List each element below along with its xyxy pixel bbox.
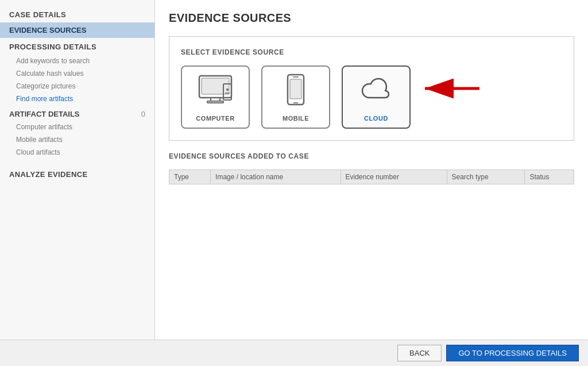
sidebar-sub-find-artifacts[interactable]: Find more artifacts: [0, 93, 154, 105]
red-arrow-icon: [416, 74, 485, 103]
artifact-details-label: ARTIFACT DETAILS: [9, 110, 80, 118]
table-header-row: Type Image / location name Evidence numb…: [169, 170, 574, 184]
sidebar-sub-mobile-artifacts[interactable]: Mobile artifacts: [0, 133, 154, 146]
cloud-card-label: CLOUD: [364, 115, 388, 122]
empty-cell: [169, 184, 574, 299]
artifact-count-badge: 0: [141, 110, 145, 118]
svg-rect-7: [225, 93, 230, 94]
footer: BACK GO TO PROCESSING DETAILS: [0, 340, 588, 366]
computer-icon: [197, 72, 234, 109]
sidebar-item-case-details[interactable]: CASE DETAILS: [0, 6, 154, 22]
sidebar-sub-categorize[interactable]: Categorize pictures: [0, 80, 154, 93]
evidence-table-body: [169, 184, 574, 299]
artifact-details-section: ARTIFACT DETAILS 0: [0, 105, 154, 121]
sidebar-item-evidence-sources[interactable]: EVIDENCE SOURCES: [0, 22, 154, 38]
evidence-table-header: Type Image / location name Evidence numb…: [169, 170, 574, 184]
source-cards-container: COMPUTER: [181, 66, 411, 129]
col-type: Type: [169, 170, 211, 184]
sidebar-sub-cloud-artifacts[interactable]: Cloud artifacts: [0, 146, 154, 159]
added-evidence-section: EVIDENCE SOURCES ADDED TO CASE Type Imag…: [169, 152, 574, 332]
cloud-card[interactable]: CLOUD: [342, 66, 411, 129]
sidebar-sub-calc-hash[interactable]: Calculate hash values: [0, 67, 154, 80]
computer-card-label: COMPUTER: [196, 115, 234, 122]
sidebar-sub-add-keywords[interactable]: Add keywords to search: [0, 55, 154, 67]
main-content: EVIDENCE SOURCES SELECT EVIDENCE SOURCE: [155, 0, 588, 343]
evidence-table: Type Image / location name Evidence numb…: [169, 169, 574, 299]
app-inner: CASE DETAILS EVIDENCE SOURCES PROCESSING…: [0, 0, 588, 343]
back-button[interactable]: BACK: [397, 345, 442, 361]
table-empty-row: [169, 184, 574, 299]
app-wrapper: M Magnet AXIOM Process 1.2.0.6346 ─ □ ✕ …: [0, 0, 588, 366]
content-area: CASE DETAILS EVIDENCE SOURCES PROCESSING…: [0, 0, 588, 343]
svg-rect-9: [290, 79, 301, 99]
mobile-card-label: MOBILE: [283, 115, 309, 122]
page-title: EVIDENCE SOURCES: [169, 11, 574, 25]
svg-rect-11: [293, 102, 298, 103]
col-search-type: Search type: [447, 170, 525, 184]
svg-rect-12: [293, 76, 299, 78]
cloud-icon: [358, 72, 394, 109]
sidebar-sub-computer-artifacts[interactable]: Computer artifacts: [0, 121, 154, 133]
svg-rect-4: [207, 101, 223, 103]
col-status: Status: [525, 170, 574, 184]
select-evidence-label: SELECT EVIDENCE SOURCE: [181, 48, 562, 56]
col-evidence-number: Evidence number: [341, 170, 447, 184]
arrow-container: [416, 74, 485, 103]
cards-row: COMPUTER: [181, 66, 562, 129]
go-to-processing-button[interactable]: GO TO PROCESSING DETAILS: [446, 345, 579, 361]
col-image-location: Image / location name: [211, 170, 341, 184]
sidebar-item-processing-details[interactable]: PROCESSING DETAILS: [0, 38, 154, 55]
sidebar: CASE DETAILS EVIDENCE SOURCES PROCESSING…: [0, 0, 155, 343]
mobile-card[interactable]: MOBILE: [261, 66, 330, 129]
added-evidence-label: EVIDENCE SOURCES ADDED TO CASE: [169, 152, 574, 160]
mobile-icon: [277, 72, 314, 109]
select-evidence-section: SELECT EVIDENCE SOURCE: [169, 36, 574, 141]
svg-point-6: [226, 88, 229, 91]
svg-rect-2: [202, 78, 229, 94]
computer-card[interactable]: COMPUTER: [181, 66, 250, 129]
sidebar-item-analyze-evidence[interactable]: ANALYZE EVIDENCE: [0, 165, 154, 182]
